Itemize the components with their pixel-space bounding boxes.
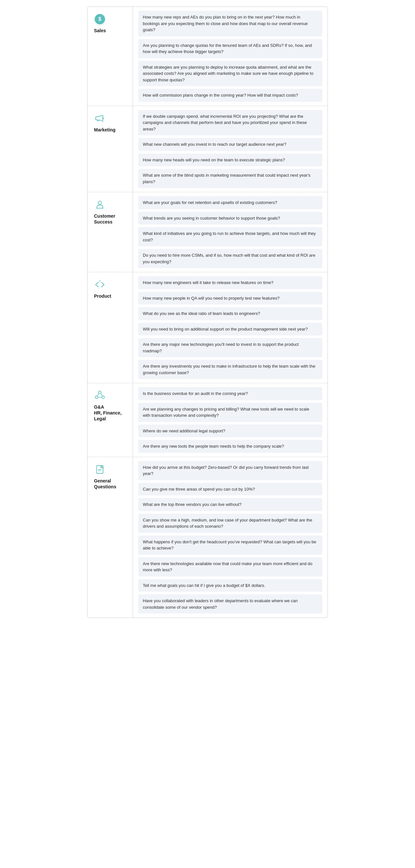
section-marketing: MarketingIf we double campaign spend, wh… [88, 106, 327, 193]
svg-text:$: $ [99, 16, 101, 22]
section-right-marketing: If we double campaign spend, what increm… [133, 106, 327, 192]
section-right-product: How many new engineers will it take to r… [133, 272, 327, 383]
question-card: Have you collaborated with leaders in ot… [138, 594, 322, 614]
section-right-gna: Is the business overdue for an audit in … [133, 383, 327, 457]
svg-point-2 [98, 201, 101, 204]
question-card: Are you planning to change quotas for th… [138, 39, 322, 58]
question-card: What new channels will you invest in to … [138, 138, 322, 151]
question-card: What kind of initiatives are you going t… [138, 227, 322, 246]
gna-icon [94, 390, 106, 401]
question-card: How many new heads will you need on the … [138, 154, 322, 166]
section-general: General QuestionsHow did you arrive at t… [88, 457, 327, 618]
section-customer-success: Customer SuccessWhat are your goals for … [88, 192, 327, 272]
question-card: Can you give me three areas of spend you… [138, 483, 322, 496]
question-card: How many new reps and AEs do you plan to… [138, 11, 322, 36]
section-product: ProductHow many new engineers will it ta… [88, 272, 327, 383]
general-icon [94, 464, 106, 475]
question-card: What are the top three vendors you can l… [138, 498, 322, 511]
section-title-marketing: Marketing [94, 127, 116, 133]
question-card: Are there any new tools the people team … [138, 440, 322, 453]
question-card: How did you arrive at this budget? Zero-… [138, 461, 322, 480]
section-right-general: How did you arrive at this budget? Zero-… [133, 457, 327, 618]
question-card: Will you need to bring on additional sup… [138, 323, 322, 336]
question-card: How many new people in QA will you need … [138, 292, 322, 305]
main-container: $SalesHow many new reps and AEs do you p… [87, 6, 328, 618]
question-card: Tell me what goals you can hit if I give… [138, 579, 322, 592]
section-title-customer-success: Customer Success [94, 213, 115, 225]
question-card: Are there any major new technologies you… [138, 338, 322, 357]
svg-point-6 [95, 396, 98, 399]
section-left-marketing: Marketing [88, 106, 133, 192]
section-title-product: Product [94, 293, 111, 299]
question-card: What strategies are you planning to depl… [138, 61, 322, 87]
marketing-icon [94, 113, 106, 124]
section-left-product: Product [88, 272, 133, 383]
question-card: Are there new technologies available now… [138, 557, 322, 577]
question-card: What trends are you seeing in customer b… [138, 212, 322, 225]
question-card: Are there any investments you need to ma… [138, 360, 322, 379]
section-gna: G&A HR, Finance, LegalIs the business ov… [88, 383, 327, 457]
section-title-general: General Questions [94, 478, 116, 490]
svg-point-7 [102, 396, 104, 399]
section-right-customer-success: What are your goals for net retention an… [133, 192, 327, 272]
customer-success-icon [94, 199, 106, 211]
svg-line-8 [97, 393, 99, 396]
product-icon [94, 279, 106, 290]
question-card: If we double campaign spend, what increm… [138, 110, 322, 136]
question-card: What are some of the blind spots in mark… [138, 169, 322, 188]
question-card: What happens if you don't get the headco… [138, 535, 322, 555]
section-title-gna: G&A HR, Finance, Legal [94, 404, 122, 422]
question-card: How many new engineers will it take to r… [138, 276, 322, 289]
question-card: What are your goals for net retention an… [138, 196, 322, 209]
question-card: Is the business overdue for an audit in … [138, 387, 322, 400]
svg-line-9 [101, 393, 102, 396]
question-card: Are we planning any changes to pricing a… [138, 403, 322, 422]
section-left-general: General Questions [88, 457, 133, 618]
section-right-sales: How many new reps and AEs do you plan to… [133, 7, 327, 106]
question-card: What do you see as the ideal ratio of te… [138, 307, 322, 320]
section-left-customer-success: Customer Success [88, 192, 133, 272]
question-card: Do you need to hire more CSMs, and if so… [138, 249, 322, 268]
section-left-gna: G&A HR, Finance, Legal [88, 383, 133, 457]
question-card: Can you show me a high, medium, and low … [138, 514, 322, 533]
sales-icon: $ [94, 13, 106, 25]
section-title-sales: Sales [94, 28, 106, 33]
question-card: Where do we need additional legal suppor… [138, 425, 322, 438]
svg-point-5 [99, 391, 101, 394]
section-left-sales: $Sales [88, 7, 133, 106]
section-sales: $SalesHow many new reps and AEs do you p… [88, 7, 327, 106]
question-card: How will commission plans change in the … [138, 89, 322, 102]
